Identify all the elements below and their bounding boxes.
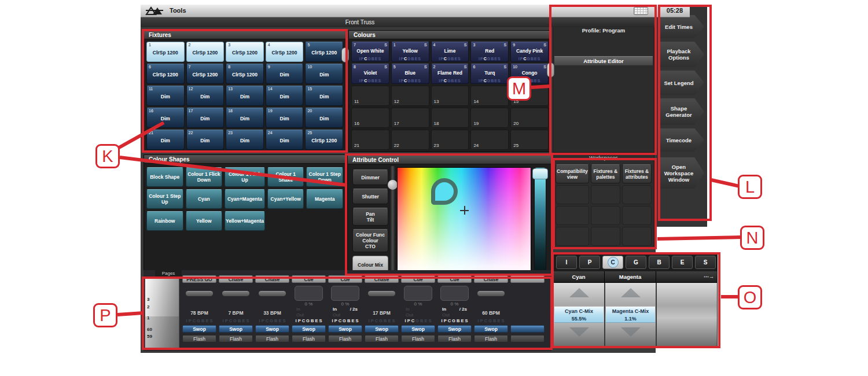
shape-button-10[interactable]: Magenta: [306, 189, 343, 209]
swop-button[interactable]: Swop: [474, 325, 508, 333]
attribute-bank-tab-I[interactable]: I: [556, 256, 577, 269]
playback-pad[interactable]: [440, 286, 469, 301]
playback-fader[interactable]: [477, 291, 505, 296]
attribute-button-1[interactable]: Dimmer: [352, 169, 388, 185]
colour-picker[interactable]: [397, 167, 531, 271]
shape-button-13[interactable]: Yellow+Magenta: [225, 211, 265, 231]
flash-button[interactable]: Flash: [437, 335, 472, 342]
fixture-button-14[interactable]: 14Dim: [266, 86, 304, 106]
colour-palette-empty-12[interactable]: 12: [391, 86, 429, 106]
flash-button[interactable]: Flash: [365, 335, 399, 342]
workspace-empty-slot[interactable]: [556, 227, 589, 246]
shape-button-6[interactable]: Colour 1 Step Up: [146, 189, 183, 209]
workspace-empty-slot[interactable]: [622, 227, 652, 246]
colour-palette-empty-16[interactable]: 16: [351, 108, 389, 128]
fixtures-scroll-handle[interactable]: [341, 47, 349, 62]
playback-legend[interactable]: PRESS GO: [182, 275, 216, 283]
colour-palette-8[interactable]: 8SVioletIPCGBES: [351, 64, 389, 84]
attribute-button-4[interactable]: Colour Func Colour CTO: [352, 229, 388, 252]
attribute-bank-tab-B[interactable]: B: [649, 256, 670, 269]
colour-palette-empty-21[interactable]: 21: [351, 130, 389, 150]
fixture-button-1[interactable]: 1ClrSp 1200: [146, 42, 185, 62]
colour-palette-empty-17[interactable]: 17: [391, 108, 429, 128]
keyboard-icon[interactable]: [634, 7, 648, 15]
playback-pad[interactable]: [295, 286, 323, 301]
page-number-1[interactable]: 1: [147, 315, 149, 320]
playback-legend[interactable]: Chase: [474, 275, 508, 283]
colour-palette-5[interactable]: 5SBlueIPCGBES: [391, 64, 429, 84]
shape-button-11[interactable]: Rainbow: [146, 211, 183, 231]
playback-fader[interactable]: [222, 291, 249, 296]
playback-legend[interactable]: Chase: [365, 275, 399, 283]
playback-legend[interactable]: Chase: [219, 275, 253, 283]
attribute-bank-tab-C[interactable]: C: [602, 256, 623, 269]
fixture-button-12[interactable]: 12Dim: [186, 86, 225, 106]
colour-palette-empty-14[interactable]: 14: [470, 86, 509, 106]
colour-palette-7[interactable]: 7SOpen WhiteIPCGBES: [351, 42, 389, 62]
shape-button-12[interactable]: Yellow: [186, 211, 223, 231]
flash-button[interactable]: [510, 335, 545, 342]
wheel-value[interactable]: Magenta C-Mix1.1%: [606, 307, 655, 323]
colour-palette-empty-23[interactable]: 23: [431, 130, 469, 150]
colour-palette-2[interactable]: 2SFlame RedIPCGBES: [431, 64, 469, 84]
playback-pad[interactable]: [404, 286, 432, 301]
flash-button[interactable]: Flash: [255, 335, 289, 342]
workspace-empty-slot[interactable]: [622, 206, 652, 225]
playback-fader[interactable]: [186, 291, 213, 296]
playback-fader[interactable]: [259, 291, 286, 296]
workspace-button-3[interactable]: Fixtures & attributes: [622, 164, 652, 183]
colour-palette-3[interactable]: 3SRedIPCGBES: [470, 42, 509, 62]
playback-legend[interactable]: Chase: [255, 275, 289, 283]
swop-button[interactable]: Swop: [328, 325, 362, 333]
workspace-empty-slot[interactable]: [591, 206, 620, 225]
swop-button[interactable]: Swop: [365, 325, 399, 333]
fixture-button-19[interactable]: 19Dim: [266, 108, 304, 128]
fixture-button-5[interactable]: 5ClrSp 1200: [305, 42, 343, 62]
page-number-59[interactable]: 59: [147, 334, 152, 339]
attribute-button-2[interactable]: Shutter: [352, 189, 388, 204]
fixture-button-25[interactable]: 25ClrSp 1200: [305, 130, 343, 150]
shape-button-7[interactable]: Cyan: [186, 189, 223, 209]
swop-button[interactable]: Swop: [401, 325, 435, 333]
fixture-button-18[interactable]: 18Dim: [226, 108, 264, 128]
workspace-empty-slot[interactable]: [556, 206, 589, 225]
attribute-bank-tab-S[interactable]: S: [695, 256, 716, 269]
colour-palette-empty-11[interactable]: 11: [351, 86, 389, 106]
swop-button[interactable]: Swop: [437, 325, 472, 333]
colour-picker-marker[interactable]: [431, 178, 458, 205]
attribute-bank-tab-P[interactable]: P: [579, 256, 600, 269]
fixture-button-23[interactable]: 23Dim: [226, 130, 264, 150]
flash-button[interactable]: Flash: [328, 335, 362, 342]
colour-palette-empty-20[interactable]: 20: [510, 108, 549, 128]
fixture-button-13[interactable]: 13Dim: [226, 86, 264, 106]
flash-button[interactable]: Flash: [401, 335, 435, 342]
fixture-button-20[interactable]: 20Dim: [305, 108, 343, 128]
fixture-button-17[interactable]: 17Dim: [186, 108, 225, 128]
wheel-down-icon[interactable]: [621, 327, 641, 337]
workspace-button-2[interactable]: Fixtures & palettes: [591, 164, 620, 183]
workspace-empty-slot[interactable]: [622, 185, 652, 204]
workspace-empty-slot[interactable]: [591, 227, 620, 246]
flash-button[interactable]: Flash: [474, 335, 508, 342]
fixture-button-21[interactable]: 21Dim: [146, 130, 185, 150]
colour-palette-empty-13[interactable]: 13: [431, 86, 469, 106]
attribute-bank-tab-G[interactable]: G: [626, 256, 646, 269]
playback-pad[interactable]: [331, 286, 359, 301]
shape-button-5[interactable]: Colour 1 Step Down: [306, 167, 343, 187]
fixture-button-3[interactable]: 3ClrSp 1200: [226, 42, 264, 62]
brightness-slider[interactable]: [534, 167, 546, 271]
wheel-up-icon[interactable]: [621, 288, 641, 297]
colour-palette-1[interactable]: 1SYellowIPCGBES: [391, 42, 429, 62]
brightness-slider-handle[interactable]: [532, 168, 548, 179]
playback-legend[interactable]: [510, 275, 545, 283]
playback-legend[interactable]: Cue: [292, 275, 326, 283]
colour-palette-4[interactable]: 4SLimeIPCGBES: [431, 42, 469, 62]
fixture-button-8[interactable]: 8ClrSp 1200: [226, 64, 264, 84]
colour-palette-empty-22[interactable]: 22: [391, 130, 429, 150]
attribute-button-3[interactable]: Pan Tilt: [352, 208, 388, 226]
fixture-button-11[interactable]: 11Dim: [146, 86, 185, 106]
wheel-value[interactable]: Cyan C-Mix55.5%: [554, 307, 604, 323]
swop-button[interactable]: Swop: [292, 325, 326, 333]
attribute-editor-header[interactable]: Attribute Editor: [554, 56, 653, 66]
swop-button[interactable]: Swop: [219, 325, 253, 333]
